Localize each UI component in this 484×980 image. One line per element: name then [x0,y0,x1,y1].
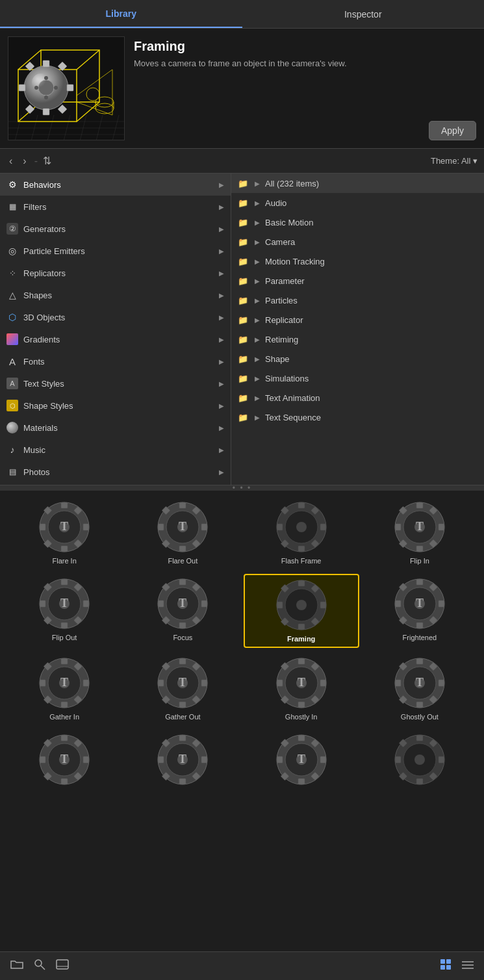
grid-view-icon[interactable] [440,959,452,974]
svg-rect-139 [40,680,45,686]
preview-info: Framing Moves a camera to frame an objec… [134,36,476,140]
right-item-retiming[interactable]: 📁 ▶ Retiming [231,329,484,349]
sidebar-item-generators[interactable]: ② Generators ▶ [0,218,231,240]
grid-item-ghostly-out[interactable]: T Ghostly Out [362,653,478,725]
grid-label-framing: Framing [287,635,315,643]
grid-label-flip-out: Flip Out [52,634,77,641]
grid-label-gather-out: Gather Out [165,713,200,721]
sidebar-item-filters[interactable]: ▦ Filters ▶ [0,196,231,218]
svg-rect-57 [158,524,164,530]
grid-item-flare-out[interactable]: T Flare Out [125,497,240,569]
folder-icon-parameter: 📁 [238,276,248,286]
grid-item-r4[interactable] [362,730,478,793]
right-item-particles[interactable]: 📁 ▶ Particles [231,290,484,310]
grid-item-flip-in[interactable]: T Flip In [362,497,478,569]
folder-icon-camera: 📁 [238,237,248,247]
svg-point-122 [296,600,307,610]
theme-selector[interactable]: Theme: All ▾ [431,156,478,166]
sidebar-item-music[interactable]: ♪ Music ▶ [0,439,231,461]
sidebar-item-shapes[interactable]: △ Shapes ▶ [0,284,231,306]
grid-label-ghostly-in: Ghostly In [285,713,318,721]
svg-rect-102 [179,623,186,628]
sidebar-item-behaviors[interactable]: ⚙ Behaviors ▶ [0,174,231,196]
svg-rect-42 [61,502,68,508]
sidebar-item-particle-emitters[interactable]: ◎ Particle Emitters ▶ [0,240,231,262]
svg-rect-28 [19,84,25,91]
grid-item-gather-in[interactable]: T Gather In [6,653,122,725]
right-item-shape[interactable]: 📁 ▶ Shape [231,349,484,368]
right-item-simulations[interactable]: 📁 ▶ Simulations [231,368,484,388]
svg-text:T: T [60,753,68,766]
sidebar-item-3d-objects[interactable]: ⬡ 3D Objects ▶ [0,306,231,328]
right-label-text-sequence: Text Sequence [265,413,321,422]
menu-icon[interactable] [462,959,474,973]
svg-rect-175 [395,680,401,686]
grid-item-r2[interactable]: T [125,730,240,793]
grid-item-flare-in[interactable]: T Flare In [6,497,122,569]
replicators-arrow: ▶ [219,270,224,277]
right-item-audio[interactable]: 📁 ▶ Audio [231,193,484,213]
music-icon: ♪ [6,444,18,456]
svg-rect-184 [61,735,68,741]
grid-label-flare-in: Flare In [52,557,76,565]
sidebar-label-3d-objects: 3D Objects [23,313,65,322]
sidebar-item-text-styles[interactable]: A Text Styles ▶ [0,372,231,394]
photos-arrow: ▶ [219,469,224,476]
generators-arrow: ▶ [219,226,224,233]
panel-divider[interactable]: • • • [0,485,484,491]
svg-rect-56 [201,524,207,530]
grid-item-flash-frame[interactable]: Flash Frame [244,497,359,569]
sidebar-item-materials[interactable]: Materials ▶ [0,417,231,439]
sidebar-item-photos[interactable]: ▤ Photos ▶ [0,461,231,483]
svg-rect-77 [416,502,423,508]
svg-rect-185 [61,779,68,784]
svg-rect-66 [298,502,305,508]
grid-item-frightened[interactable]: T Frightened [362,574,478,648]
right-item-motion-tracking[interactable]: 📁 ▶ Motion Tracking [231,251,484,271]
grid-item-framing[interactable]: Framing [244,574,359,648]
folder-browse-icon[interactable] [10,959,23,973]
svg-rect-208 [298,735,305,741]
svg-rect-26 [43,109,49,115]
sidebar-item-gradients[interactable]: Gradients ▶ [0,328,231,350]
tab-library[interactable]: Library [0,0,242,28]
updown-button[interactable]: ⇅ [43,155,51,167]
back-button[interactable]: ‹ [6,154,15,168]
particle-emitters-arrow: ▶ [219,248,224,255]
right-item-parameter[interactable]: 📁 ▶ Parameter [231,271,484,290]
right-item-basic-motion[interactable]: 📁 ▶ Basic Motion [231,213,484,232]
sidebar-item-shape-styles[interactable]: ⬡ Shape Styles ▶ [0,394,231,417]
text-styles-arrow: ▶ [219,380,224,387]
sidebar-label-behaviors: Behaviors [23,180,61,190]
grid-item-r3[interactable]: T [244,730,359,793]
right-label-basic-motion: Basic Motion [265,218,313,227]
apply-button[interactable]: Apply [429,121,476,140]
right-label-all: All (232 items) [265,179,319,188]
grid-item-flip-out[interactable]: T Flip Out [6,574,122,648]
search-icon[interactable] [34,959,45,974]
forward-button[interactable]: › [20,154,29,168]
sidebar-item-fonts[interactable]: A Fonts ▶ [0,350,231,372]
svg-rect-199 [158,756,164,763]
grid-item-r1[interactable]: T [6,730,122,793]
folder-icon-all: 📁 [238,179,248,188]
bottom-toolbar [0,951,484,980]
grid-item-ghostly-in[interactable]: T Ghostly In [244,653,359,725]
grid-item-gather-out[interactable]: T Gather Out [125,653,240,725]
right-item-text-sequence[interactable]: 📁 ▶ Text Sequence [231,407,484,427]
grid-item-focus[interactable]: T Focus [125,574,240,648]
right-label-audio: Audio [265,198,287,208]
svg-line-231 [41,966,45,970]
right-item-camera[interactable]: 📁 ▶ Camera [231,232,484,251]
grid-label-flare-out: Flare Out [168,557,197,565]
svg-rect-67 [298,546,305,552]
tab-inspector[interactable]: Inspector [242,0,485,28]
svg-rect-137 [61,702,68,708]
preview-window-icon[interactable] [56,959,69,973]
right-item-all[interactable]: 📁 ▶ All (232 items) [231,174,484,193]
sidebar-item-replicators[interactable]: ⁘ Replicators ▶ [0,262,231,284]
right-item-text-animation[interactable]: 📁 ▶ Text Animation [231,388,484,407]
right-item-replicator[interactable]: 📁 ▶ Replicator [231,310,484,329]
svg-rect-150 [201,680,207,686]
materials-icon [6,422,18,433]
